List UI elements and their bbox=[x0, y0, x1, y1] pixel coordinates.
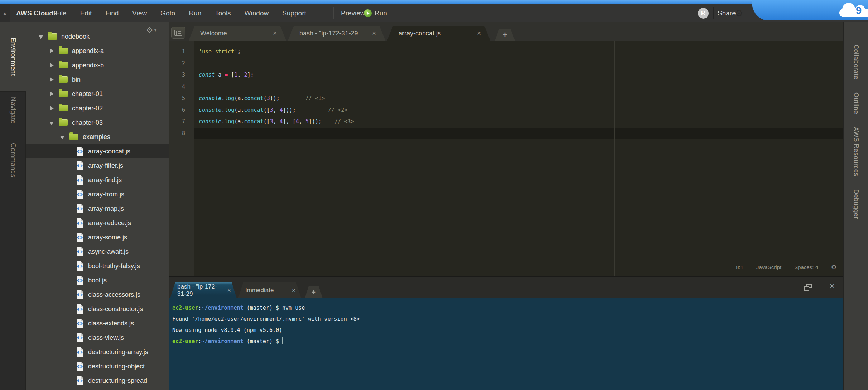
new-terminal-button[interactable]: + bbox=[305, 286, 323, 298]
tree-file-row[interactable]: destructuring-spread bbox=[26, 374, 169, 388]
collapse-arrow-icon[interactable] bbox=[49, 106, 54, 111]
code-line: console.log(a.concat([3, 4])); // <2> bbox=[194, 104, 843, 116]
tree-folder-row[interactable]: chapter-03 bbox=[26, 115, 169, 130]
code-token: 3 bbox=[267, 95, 270, 101]
run-button[interactable]: Run bbox=[364, 4, 387, 22]
close-tab-icon[interactable]: × bbox=[477, 29, 481, 37]
tree-file-row[interactable]: bool.js bbox=[26, 273, 169, 287]
expand-arrow-icon[interactable] bbox=[60, 134, 65, 139]
tree-file-row[interactable]: array-filter.js bbox=[26, 158, 169, 173]
tree-folder-row[interactable]: examples bbox=[26, 130, 169, 144]
js-file-icon bbox=[76, 290, 84, 299]
tree-folder-row[interactable]: appendix-b bbox=[26, 58, 169, 72]
indent-setting[interactable]: Spaces: 4 bbox=[794, 264, 818, 270]
terminal-output[interactable]: ec2-user:~/environment (master) $ nvm us… bbox=[172, 298, 840, 390]
tree-file-row[interactable]: destructuring-object. bbox=[26, 359, 169, 374]
run-play-icon bbox=[364, 9, 372, 17]
preferences-gear-icon[interactable]: ⚙ bbox=[735, 4, 743, 22]
collapse-arrow-icon[interactable] bbox=[49, 91, 54, 96]
terminal-tab-immediate[interactable]: Immediate× bbox=[238, 282, 301, 298]
collapse-arrow-icon[interactable] bbox=[49, 63, 54, 68]
code-token: ; bbox=[237, 48, 241, 55]
sidebar-tab-debugger[interactable]: Debugger bbox=[852, 189, 860, 219]
sidebar-tab-commands[interactable]: Commands bbox=[0, 141, 26, 180]
menu-item-support[interactable]: Support bbox=[275, 4, 313, 22]
window-top-strip bbox=[0, 0, 868, 4]
menu-item-edit[interactable]: Edit bbox=[73, 4, 99, 22]
editor-settings-gear-icon[interactable]: ⚙ bbox=[831, 263, 837, 271]
close-tab-icon[interactable]: × bbox=[273, 29, 277, 37]
sidebar-tab-navigate[interactable]: Navigate bbox=[0, 92, 26, 128]
close-tab-icon[interactable]: × bbox=[227, 287, 231, 294]
tree-file-row[interactable]: destructuring-array.js bbox=[26, 345, 169, 359]
preview-button[interactable]: Preview bbox=[339, 4, 367, 22]
tree-item-label: bool.js bbox=[88, 277, 107, 284]
sidebar-tab-aws-resources[interactable]: AWS Resources bbox=[852, 127, 860, 176]
sidebar-tab-environment[interactable]: Environment bbox=[0, 22, 26, 91]
tree-folder-row[interactable]: nodebook bbox=[26, 29, 169, 44]
expand-arrow-icon[interactable] bbox=[38, 34, 43, 39]
tree-file-row[interactable]: array-map.js bbox=[26, 201, 169, 216]
tree-file-row[interactable]: array-some.js bbox=[26, 230, 169, 244]
menu-item-window[interactable]: Window bbox=[238, 4, 276, 22]
language-mode[interactable]: JavaScript bbox=[756, 264, 781, 270]
tree-folder-row[interactable]: chapter-02 bbox=[26, 101, 169, 115]
code-token: concat bbox=[244, 118, 263, 125]
tree-item-label: destructuring-array.js bbox=[88, 348, 148, 356]
menubar-divider bbox=[333, 7, 333, 19]
close-tab-icon[interactable]: × bbox=[372, 29, 376, 37]
sidebar-tab-collaborate[interactable]: Collaborate bbox=[852, 44, 860, 80]
avatar[interactable]: R bbox=[698, 8, 709, 19]
code-token: 5 bbox=[305, 118, 309, 125]
editor-tab-array-concat-js[interactable]: array-concat.js× bbox=[387, 26, 490, 41]
collapse-arrow-icon[interactable] bbox=[49, 77, 54, 82]
right-sidebar: CollaborateOutlineAWS ResourcesDebugger bbox=[843, 22, 868, 390]
tree-folder-row[interactable]: appendix-a bbox=[26, 44, 169, 58]
menu-item-run[interactable]: Run bbox=[182, 4, 208, 22]
line-number-gutter: 12345678 bbox=[169, 41, 194, 276]
close-tab-icon[interactable]: × bbox=[291, 287, 295, 294]
tab-list-button[interactable] bbox=[171, 27, 185, 39]
tree-item-label: array-from.js bbox=[88, 191, 124, 198]
tree-item-label: destructuring-object. bbox=[88, 363, 146, 370]
tree-file-row[interactable]: class-extends.js bbox=[26, 316, 169, 330]
tree-folder-row[interactable]: bin bbox=[26, 72, 169, 87]
tree-file-row[interactable]: class-accessors.js bbox=[26, 287, 169, 302]
sidebar-tab-outline[interactable]: Outline bbox=[852, 92, 860, 114]
share-button[interactable]: Share bbox=[718, 4, 736, 22]
menu-item-goto[interactable]: Goto bbox=[154, 4, 182, 22]
menu-item-tools[interactable]: Tools bbox=[208, 4, 237, 22]
tree-file-row[interactable] bbox=[26, 388, 169, 390]
editor-tab-label: Welcome bbox=[200, 30, 227, 37]
cursor-position[interactable]: 8:1 bbox=[736, 264, 743, 270]
editor-tab-welcome[interactable]: Welcome× bbox=[189, 26, 286, 41]
tree-file-row[interactable]: bool-truthy-falsy.js bbox=[26, 259, 169, 273]
tab-list-icon bbox=[174, 30, 182, 36]
tree-file-row[interactable]: array-reduce.js bbox=[26, 216, 169, 230]
terminal-tab-bash-ip-172-31-29[interactable]: bash - "ip-172-31-29× bbox=[170, 282, 237, 298]
tree-file-row[interactable]: async-await.js bbox=[26, 244, 169, 259]
expand-arrow-icon[interactable] bbox=[49, 120, 54, 125]
code-token: // <1> bbox=[305, 95, 325, 101]
maximize-panel-icon[interactable] bbox=[804, 284, 812, 291]
tree-file-row[interactable]: array-find.js bbox=[26, 173, 169, 187]
menu-item-file[interactable]: File bbox=[49, 4, 73, 22]
collapse-menubar-button[interactable]: ▲ bbox=[0, 4, 10, 22]
tree-item-label: array-some.js bbox=[88, 234, 127, 241]
tree-folder-row[interactable]: chapter-01 bbox=[26, 87, 169, 101]
collapse-arrow-icon[interactable] bbox=[49, 48, 54, 53]
editor-tab-bash-ip-172-31-29[interactable]: bash - "ip-172-31-29× bbox=[288, 26, 385, 41]
tree-file-row[interactable]: class-view.js bbox=[26, 330, 169, 345]
menu-item-find[interactable]: Find bbox=[98, 4, 125, 22]
line-number: 7 bbox=[169, 116, 194, 128]
folder-icon bbox=[48, 33, 57, 40]
close-panel-icon[interactable]: × bbox=[830, 281, 835, 291]
menu-item-view[interactable]: View bbox=[125, 4, 154, 22]
tree-file-row[interactable]: array-concat.js bbox=[26, 144, 169, 158]
tree-file-row[interactable]: class-constructor.js bbox=[26, 302, 169, 316]
menubar-divider bbox=[713, 7, 714, 19]
new-tab-button[interactable]: + bbox=[495, 29, 515, 41]
tree-file-row[interactable]: array-from.js bbox=[26, 187, 169, 201]
js-file-icon bbox=[76, 204, 84, 213]
code-editor[interactable]: 'use strict';const a = [1, 2];console.lo… bbox=[194, 41, 843, 276]
